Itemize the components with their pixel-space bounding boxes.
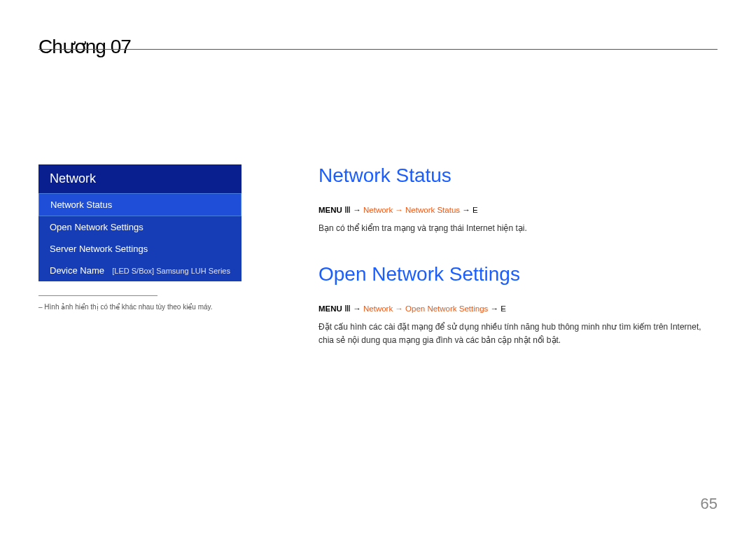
chapter-heading: Chương 07 (38, 35, 131, 58)
panel-item-label: Server Network Settings (50, 244, 148, 254)
panel-item-open-network-settings[interactable]: Open Network Settings (38, 216, 241, 238)
panel-item-label: Network Status (50, 199, 112, 210)
section-description: Bạn có thể kiểm tra mạng và trạng thái I… (318, 222, 718, 235)
panel-item-label: Open Network Settings (50, 222, 144, 232)
panel-item-label: Device Name (50, 265, 104, 276)
menu-enter: E (500, 304, 506, 313)
panel-item-network-status[interactable]: Network Status (38, 193, 241, 216)
panel-item-device-name[interactable]: Device Name [LED S/Box] Samsung LUH Seri… (38, 260, 241, 281)
footnote-divider (38, 295, 158, 296)
panel-header: Network (38, 164, 241, 193)
menu-icon: Ⅲ (344, 303, 351, 314)
arrow-icon: → (491, 304, 499, 313)
arrow-icon: → (353, 304, 361, 313)
section-title-open-network-settings: Open Network Settings (318, 263, 718, 286)
footnote: – Hình ảnh hiển thị có thể khác nhau tùy… (38, 303, 241, 311)
content-area: Network Status MENU Ⅲ → Network → Networ… (318, 164, 718, 376)
page-number: 65 (701, 495, 718, 513)
section-title-network-status: Network Status (318, 164, 718, 187)
arrow-icon: → (462, 206, 470, 214)
menu-enter: E (472, 206, 478, 214)
menu-path-text: Network → Open Network Settings (363, 304, 488, 313)
menu-path-open-network-settings: MENU Ⅲ → Network → Open Network Settings… (318, 303, 718, 314)
menu-path-text: Network → Network Status (363, 206, 460, 214)
arrow-icon: → (353, 206, 361, 214)
sidebar-panel: Network Network Status Open Network Sett… (38, 164, 241, 311)
panel-item-value: [LED S/Box] Samsung LUH Series (112, 267, 230, 275)
menu-icon: Ⅲ (344, 204, 351, 215)
panel-item-server-network-settings[interactable]: Server Network Settings (38, 238, 241, 260)
menu-prefix: MENU (318, 304, 342, 313)
header-divider (38, 49, 718, 50)
menu-path-network-status: MENU Ⅲ → Network → Network Status → E (318, 204, 718, 215)
menu-prefix: MENU (318, 206, 342, 214)
section-description: Đặt cấu hình các cài đặt mạng để sử dụng… (318, 321, 718, 347)
